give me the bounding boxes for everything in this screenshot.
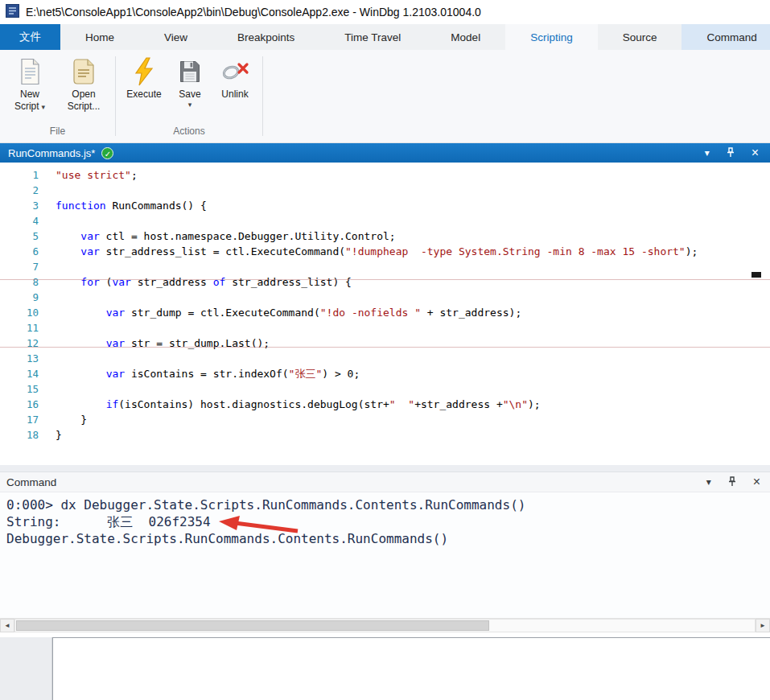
pane-separator — [0, 465, 770, 471]
line-number: 6 — [0, 244, 39, 259]
open-script-label: Open Script... — [68, 89, 101, 112]
line-number: 8 — [0, 274, 39, 290]
line-number: 18 — [0, 427, 39, 443]
code-line[interactable] — [56, 183, 770, 198]
line-number: 15 — [0, 381, 39, 397]
unlink-label: Unlink — [221, 89, 248, 100]
line-number: 7 — [0, 259, 39, 274]
bottom-bar — [0, 637, 770, 700]
save-label: Save — [179, 89, 200, 100]
code-line[interactable]: } — [56, 427, 770, 443]
code-line[interactable]: if(isContains) host.diagnostics.debugLog… — [56, 397, 770, 412]
execute-label: Execute — [126, 89, 161, 100]
code-line[interactable]: } — [56, 412, 770, 427]
ribbon-group-label-file: File — [5, 123, 110, 142]
script-pane-header: RunCommands.js* ✓ ▾ × — [0, 143, 770, 163]
scroll-left-button[interactable]: ◄ — [0, 619, 14, 632]
saved-check-icon: ✓ — [101, 147, 113, 159]
script-editor[interactable]: 123456789101112131415161718 "use strict"… — [0, 163, 770, 465]
editor-scrollbar-mark — [751, 272, 761, 278]
ribbon-group-actions: Execute Save ▾ — [116, 50, 262, 142]
code-line[interactable] — [56, 381, 770, 397]
tab-breakpoints[interactable]: Breakpoints — [212, 24, 319, 50]
new-script-label: New Script — [14, 89, 39, 112]
code-line[interactable]: for (var str_address of str_address_list… — [56, 274, 770, 290]
command-pane-pin-icon[interactable] — [727, 476, 737, 488]
code-line[interactable]: var str = str_dump.Last(); — [56, 336, 770, 351]
command-pane-title: Command — [6, 476, 56, 488]
artifact-line — [0, 347, 770, 348]
ribbon: New Script▾ Open Script... File — [0, 50, 770, 143]
line-number: 14 — [0, 366, 39, 381]
command-pane-close-icon[interactable]: × — [753, 476, 760, 488]
execute-button[interactable]: Execute — [121, 55, 167, 101]
code-line[interactable]: var str_dump = ctl.ExecuteCommand("!do -… — [56, 305, 770, 320]
code-line[interactable] — [56, 213, 770, 229]
command-pane-header: Command ▾ × — [0, 471, 770, 492]
command-output-line: Debugger.State.Scripts.RunCommands.Conte… — [6, 530, 770, 547]
command-pane-menu-icon[interactable]: ▾ — [706, 477, 711, 487]
scroll-right-button[interactable]: ► — [756, 619, 770, 632]
code-line[interactable] — [56, 320, 770, 336]
line-number: 2 — [0, 183, 39, 198]
code-line[interactable] — [56, 290, 770, 305]
code-line[interactable]: function RunCommands() { — [56, 198, 770, 213]
code-line[interactable] — [56, 351, 770, 366]
line-number: 10 — [0, 305, 39, 320]
line-number: 13 — [0, 351, 39, 366]
command-prompt-cell — [0, 637, 52, 700]
editor-gutter: 123456789101112131415161718 — [0, 163, 47, 465]
command-output-line: String: 张三 026f2354 — [6, 513, 770, 530]
line-number: 4 — [0, 213, 39, 229]
line-number: 16 — [0, 397, 39, 412]
tab-command[interactable]: Command — [681, 24, 770, 50]
windbg-window: E:\net5\ConsoleApp1\ConsoleApp2\bin\Debu… — [0, 0, 770, 700]
command-hscrollbar: ◄ ► — [0, 618, 770, 632]
open-script-icon — [70, 56, 97, 87]
open-script-button[interactable]: Open Script... — [57, 55, 110, 113]
scroll-track[interactable] — [14, 619, 756, 632]
command-output-lines: 0:000> dx Debugger.State.Scripts.RunComm… — [6, 496, 770, 547]
code-line[interactable]: var isContains = str.indexOf("张三") > 0; — [56, 366, 770, 381]
tab-time-travel[interactable]: Time Travel — [319, 24, 426, 50]
red-arrow-annotation — [217, 515, 301, 536]
tab-model[interactable]: Model — [426, 24, 505, 50]
unlink-icon — [220, 56, 249, 87]
tab-scripting[interactable]: Scripting — [505, 24, 598, 50]
scroll-thumb[interactable] — [16, 620, 489, 631]
window-title: E:\net5\ConsoleApp1\ConsoleApp2\bin\Debu… — [26, 6, 481, 19]
titlebar: E:\net5\ConsoleApp1\ConsoleApp2\bin\Debu… — [0, 0, 770, 24]
command-output-line: 0:000> dx Debugger.State.Scripts.RunComm… — [6, 496, 770, 513]
save-dropdown-arrow-icon[interactable]: ▾ — [188, 101, 192, 109]
new-script-button[interactable]: New Script▾ — [5, 55, 55, 113]
script-pane-title: RunCommands.js* — [8, 147, 95, 159]
save-button[interactable]: Save ▾ — [170, 55, 210, 109]
ribbon-group-file: New Script▾ Open Script... File — [0, 50, 115, 142]
code-line[interactable]: var str_address_list = ctl.ExecuteComman… — [56, 244, 770, 259]
tab-file[interactable]: 文件 — [0, 24, 60, 50]
command-output: 0:000> dx Debugger.State.Scripts.RunComm… — [0, 492, 770, 618]
tab-home[interactable]: Home — [60, 24, 139, 50]
script-pane-close-icon[interactable]: × — [751, 146, 759, 159]
command-input-area[interactable] — [52, 637, 770, 700]
line-number: 5 — [0, 229, 39, 244]
editor-code[interactable]: "use strict";function RunCommands() { va… — [47, 163, 770, 465]
tab-source[interactable]: Source — [598, 24, 682, 50]
new-script-icon — [17, 56, 43, 87]
tab-view[interactable]: View — [139, 24, 212, 50]
code-line[interactable] — [56, 259, 770, 274]
code-line[interactable]: "use strict"; — [56, 167, 770, 183]
script-pane-menu-icon[interactable]: ▾ — [705, 148, 710, 158]
line-number: 9 — [0, 290, 39, 305]
line-number: 11 — [0, 320, 39, 336]
line-number: 1 — [0, 167, 39, 183]
line-number: 12 — [0, 336, 39, 351]
artifact-line — [0, 279, 770, 280]
line-number: 17 — [0, 412, 39, 427]
script-pane-pin-icon[interactable] — [726, 147, 735, 159]
ribbon-group-label-actions: Actions — [121, 123, 257, 142]
dropdown-arrow-icon: ▾ — [42, 103, 46, 111]
code-line[interactable]: var ctl = host.namespace.Debugger.Utilit… — [56, 229, 770, 244]
unlink-button[interactable]: Unlink — [212, 55, 257, 101]
ribbon-tabbar: 文件 Home View Breakpoints Time Travel Mod… — [0, 24, 770, 50]
